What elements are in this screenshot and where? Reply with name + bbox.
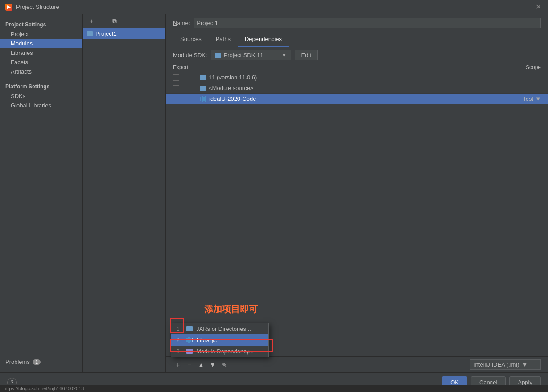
col-export-header: Export <box>173 64 200 70</box>
popup-menu: 1 JARs or Directories... 2 Library... 3 … <box>171 323 269 357</box>
sidebar-item-facets[interactable]: Facets <box>0 58 82 67</box>
popup-lib-icon <box>186 337 193 343</box>
module-add-button[interactable]: + <box>87 16 96 26</box>
dep-remove-button[interactable]: − <box>185 360 194 370</box>
sidebar-item-project[interactable]: Project <box>0 29 82 39</box>
module-copy-button[interactable]: ⧉ <box>110 16 119 26</box>
dep-name-1: <Module source> <box>200 85 496 91</box>
dep-add-button[interactable]: + <box>173 360 183 370</box>
problems-row[interactable]: Problems 1 <box>5 359 77 365</box>
url-bar: https://blog.csdn.net/mjh1667002013 <box>0 385 548 392</box>
sidebar-item-modules[interactable]: Modules <box>0 39 82 48</box>
dialog: ▶ Project Structure ✕ Project Settings P… <box>0 0 548 392</box>
title-bar: ▶ Project Structure ✕ <box>0 0 548 14</box>
dep-export-0 <box>173 74 200 81</box>
module-folder-icon <box>87 31 93 36</box>
popup-item-label-2: Module Dependency... <box>196 348 254 355</box>
dep-checkbox-2[interactable] <box>173 96 179 102</box>
col-scope-header: Scope <box>496 64 541 70</box>
sidebar-bottom: Problems 1 <box>0 355 82 369</box>
dep-table-header: Export Scope <box>166 63 548 72</box>
sdk-edit-button[interactable]: Edit <box>295 50 318 60</box>
module-toolbar: + − ⧉ <box>83 14 165 28</box>
sdk-dropdown[interactable]: Project SDK 11 ▼ <box>211 50 291 60</box>
popup-item-num-1: 2 <box>177 337 183 343</box>
close-button[interactable]: ✕ <box>534 3 543 12</box>
app-icon: ▶ <box>5 4 12 11</box>
dep-export-2 <box>173 96 200 102</box>
platform-settings-header: Platform Settings <box>0 82 82 91</box>
popup-item-num-2: 3 <box>177 348 183 355</box>
name-input[interactable] <box>194 18 541 28</box>
popup-item-module-dep[interactable]: 3 Module Dependency... <box>171 346 268 357</box>
dep-folder-icon-0 <box>200 75 206 80</box>
dep-bottom-area: + − ▲ ▼ ✎ IntelliJ IDEA (.iml) ▼ <box>166 356 548 372</box>
dialog-title: Project Structure <box>16 4 59 10</box>
popup-item-num-0: 1 <box>177 326 183 332</box>
scope-dropdown-arrow-icon: ▼ <box>535 95 541 102</box>
tab-paths[interactable]: Paths <box>209 32 238 47</box>
dep-folder-icon-1 <box>200 86 206 91</box>
popup-jar-folder-icon <box>186 326 193 331</box>
dep-down-button[interactable]: ▼ <box>208 360 218 370</box>
dep-table-body: 11 (version 11.0.6) <Module source> <box>166 72 548 356</box>
dep-row-1[interactable]: <Module source> <box>166 83 548 94</box>
col-name-header <box>200 64 496 70</box>
dep-scope-2[interactable]: Test ▼ <box>496 95 541 102</box>
dep-edit-button[interactable]: ✎ <box>219 360 229 370</box>
dep-name-0: 11 (version 11.0.6) <box>200 74 496 81</box>
dep-row-2[interactable]: idealU-2020-Code Test ▼ <box>166 94 548 104</box>
sdk-value: Project SDK 11 <box>224 52 264 58</box>
popup-item-label-0: JARs or Directories... <box>196 326 251 332</box>
dep-lib-icon-2 <box>200 96 206 102</box>
module-panel: + − ⧉ Project1 <box>83 14 166 372</box>
dep-row-0[interactable]: 11 (version 11.0.6) <box>166 72 548 83</box>
module-sdk-label: Module SDK: <box>173 52 207 58</box>
main-content: Project Settings Project Modules Librari… <box>0 14 548 372</box>
module-item-label: Project1 <box>95 30 117 37</box>
sdk-folder-icon <box>215 53 221 58</box>
dep-export-1 <box>173 85 200 91</box>
sidebar-item-artifacts[interactable]: Artifacts <box>0 67 82 76</box>
popup-item-library[interactable]: 2 Library... <box>171 334 268 346</box>
problems-label: Problems <box>5 359 30 365</box>
tabs-row: Sources Paths Dependencies <box>166 32 548 47</box>
dep-checkbox-0[interactable] <box>173 74 179 81</box>
sidebar-item-libraries[interactable]: Libraries <box>0 48 82 58</box>
sdk-dropdown-arrow-icon: ▼ <box>281 52 287 58</box>
sidebar-item-sdks[interactable]: SDKs <box>0 91 82 101</box>
popup-item-jars[interactable]: 1 JARs or Directories... <box>171 323 268 334</box>
tab-dependencies[interactable]: Dependencies <box>238 32 289 47</box>
format-dropdown[interactable]: IntelliJ IDEA (.iml) ▼ <box>470 359 541 370</box>
dep-checkbox-1[interactable] <box>173 85 179 91</box>
content-area: Name: Sources Paths Dependencies Module … <box>166 14 548 372</box>
name-row: Name: <box>166 14 548 32</box>
popup-module-icon <box>186 349 193 354</box>
project-settings-header: Project Settings <box>0 20 82 29</box>
dep-name-2: idealU-2020-Code <box>200 95 496 102</box>
module-remove-button[interactable]: − <box>98 16 108 26</box>
format-value: IntelliJ IDEA (.iml) <box>474 361 519 368</box>
sidebar-item-global-libraries[interactable]: Global Libraries <box>0 101 82 110</box>
tab-sources[interactable]: Sources <box>173 32 209 47</box>
title-bar-left: ▶ Project Structure <box>5 4 59 11</box>
problems-badge: 1 <box>33 359 41 365</box>
dep-up-button[interactable]: ▲ <box>196 360 206 370</box>
popup-item-label-1: Library... <box>197 337 219 343</box>
sidebar: Project Settings Project Modules Librari… <box>0 14 83 372</box>
format-dropdown-arrow-icon: ▼ <box>522 361 528 368</box>
module-item-project1[interactable]: Project1 <box>83 28 165 39</box>
module-sdk-row: Module SDK: Project SDK 11 ▼ Edit <box>166 47 548 63</box>
name-label: Name: <box>173 20 190 26</box>
